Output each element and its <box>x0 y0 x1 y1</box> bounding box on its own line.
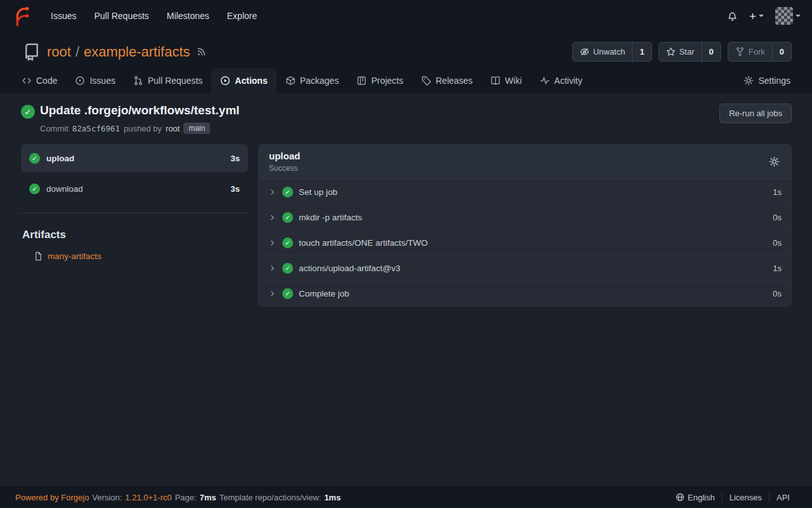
language-picker[interactable]: English <box>669 493 722 502</box>
branch-badge[interactable]: main <box>183 123 210 134</box>
tab-label: Packages <box>300 76 339 86</box>
watch-count[interactable]: 1 <box>632 43 651 61</box>
rss-icon[interactable] <box>197 47 206 57</box>
run-success-icon: ✓ <box>21 105 35 119</box>
chevron-right-icon <box>268 188 277 196</box>
tab-label: Issues <box>89 76 115 86</box>
create-menu-button[interactable]: + <box>749 10 764 22</box>
commit-author-link[interactable]: root <box>166 124 180 133</box>
tab-code[interactable]: Code <box>13 68 66 93</box>
step-duration: 0s <box>773 289 782 298</box>
step-label: mkdir -p artifacts <box>299 213 362 222</box>
star-button[interactable]: Star 0 <box>658 42 721 62</box>
template-time-label: Template repo/actions/view: <box>219 493 321 502</box>
api-link[interactable]: API <box>769 493 797 502</box>
job-sidebar: ✓ upload 3s ✓ download 3s Artifacts many… <box>21 144 248 261</box>
job-name: download <box>46 184 83 194</box>
repo-name-link[interactable]: example-artifacts <box>84 44 190 60</box>
step-success-icon: ✓ <box>282 263 293 274</box>
repo-tabs: Code Issues Pull Requests Actions Packag… <box>0 68 812 93</box>
job-row-upload[interactable]: ✓ upload 3s <box>21 144 248 172</box>
repo-actions: Unwatch 1 Star 0 Fork 0 <box>572 42 792 62</box>
step-row-upload-artifact[interactable]: ✓ actions/upload-artifact@v3 1s <box>259 255 791 281</box>
job-detail-panel: upload Success ✓ Set up job 1s ✓ mkdir -… <box>258 144 792 307</box>
actions-run-view: ✓ Update .forgejo/workflows/test.yml Com… <box>0 93 812 486</box>
forgejo-logo[interactable] <box>11 6 32 26</box>
chevron-right-icon <box>268 213 277 222</box>
chevron-right-icon <box>268 264 277 272</box>
footer: Powered by Forgejo Version: 1.21.0+1-rc0… <box>0 486 812 508</box>
tab-actions[interactable]: Actions <box>211 68 276 93</box>
code-icon <box>22 76 32 86</box>
tab-label: Actions <box>235 76 267 86</box>
step-label: Set up job <box>299 187 337 197</box>
job-row-download[interactable]: ✓ download 3s <box>21 175 248 203</box>
nav-pull-requests[interactable]: Pull Requests <box>86 6 156 26</box>
nav-explore[interactable]: Explore <box>219 6 265 26</box>
run-title: Update .forgejo/workflows/test.yml <box>40 104 240 117</box>
licenses-link[interactable]: Licenses <box>722 493 769 502</box>
tab-label: Projects <box>371 76 403 86</box>
tab-settings[interactable]: Settings <box>735 68 799 93</box>
rerun-all-jobs-button[interactable]: Re-run all jobs <box>719 104 792 123</box>
step-row-set-up-job[interactable]: ✓ Set up job 1s <box>259 179 791 204</box>
plus-icon: + <box>749 10 756 22</box>
nav-issues[interactable]: Issues <box>43 6 84 26</box>
tab-label: Code <box>36 76 57 86</box>
repo-title: root / example-artifacts <box>47 44 190 60</box>
step-row-mkdir[interactable]: ✓ mkdir -p artifacts 0s <box>259 204 791 230</box>
avatar <box>775 7 793 25</box>
fork-count[interactable]: 0 <box>772 43 791 61</box>
repo-icon <box>23 43 41 61</box>
artifacts-title: Artifacts <box>21 229 248 241</box>
tab-projects[interactable]: Projects <box>348 68 412 93</box>
top-navbar: Issues Pull Requests Milestones Explore … <box>0 0 812 32</box>
version-link[interactable]: 1.21.0+1-rc0 <box>125 493 171 502</box>
footer-links: English Licenses API <box>669 493 797 502</box>
pushed-by-label: pushed by <box>124 124 162 133</box>
tab-pull-requests[interactable]: Pull Requests <box>124 68 211 93</box>
commit-sha-link: 82a5cf6961 <box>72 124 120 133</box>
tab-issues[interactable]: Issues <box>66 68 124 93</box>
step-duration: 1s <box>773 264 782 273</box>
chevron-right-icon <box>268 290 277 298</box>
repo-header: root / example-artifacts Unwatch 1 Star … <box>0 32 812 62</box>
star-icon <box>666 47 676 57</box>
powered-by-link[interactable]: Powered by Forgejo <box>15 493 89 502</box>
tab-label: Activity <box>554 76 582 86</box>
chevron-down-icon <box>759 15 764 17</box>
tab-activity[interactable]: Activity <box>531 68 591 93</box>
chevron-down-icon <box>796 15 801 17</box>
step-duration: 1s <box>773 187 782 197</box>
run-header: ✓ Update .forgejo/workflows/test.yml Com… <box>21 104 792 134</box>
pulse-icon <box>540 76 550 86</box>
package-icon <box>285 76 296 86</box>
step-row-touch[interactable]: ✓ touch artifacts/ONE artifacts/TWO 0s <box>259 230 791 255</box>
navbar-right: + <box>727 7 801 25</box>
chevron-right-icon <box>268 239 277 247</box>
job-detail-header: upload Success <box>259 145 791 179</box>
artifact-link-many-artifacts[interactable]: many-artifacts <box>21 251 248 261</box>
tab-wiki[interactable]: Wiki <box>481 68 530 93</box>
tab-packages[interactable]: Packages <box>277 68 348 93</box>
job-detail-status: Success <box>269 164 300 173</box>
page-time-label: Page: <box>175 493 197 502</box>
pull-request-icon <box>133 76 143 86</box>
nav-milestones[interactable]: Milestones <box>159 6 217 26</box>
step-row-complete-job[interactable]: ✓ Complete job 0s <box>259 281 791 306</box>
user-menu-button[interactable] <box>775 7 801 25</box>
notifications-button[interactable] <box>727 11 738 22</box>
globe-icon <box>676 493 684 502</box>
language-label: English <box>688 493 715 502</box>
repo-owner-link[interactable]: root <box>47 44 71 60</box>
fork-button[interactable]: Fork 0 <box>728 42 792 62</box>
job-options-button[interactable] <box>768 155 781 168</box>
bell-icon <box>727 11 738 22</box>
tab-releases[interactable]: Releases <box>412 68 481 93</box>
page-time-value: 7ms <box>200 493 216 502</box>
unwatch-button[interactable]: Unwatch 1 <box>572 42 652 62</box>
footer-info: Powered by Forgejo Version: 1.21.0+1-rc0… <box>15 493 341 502</box>
job-name: upload <box>46 154 74 163</box>
star-count[interactable]: 0 <box>702 43 721 61</box>
project-icon <box>357 76 367 86</box>
